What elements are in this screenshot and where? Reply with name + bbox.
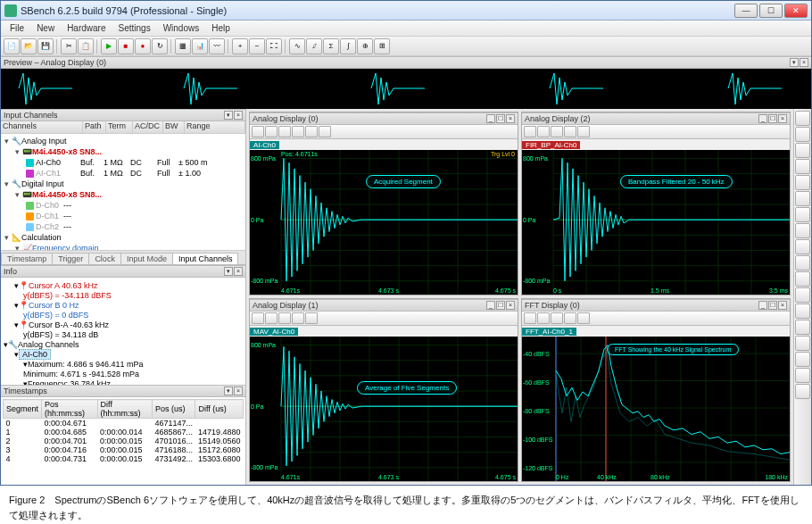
tb-record-icon[interactable]: ● [135, 38, 151, 54]
menu-new[interactable]: New [31, 23, 60, 33]
display-grid: Analog Display (0)_☐× AI-Ch0 Pos: 4.6711… [246, 109, 793, 485]
menubar: File New Hardware Settings Windows Help [1, 21, 811, 37]
channels-header: Channels Path Term AC/DC BW Range [1, 121, 245, 134]
tb-chart-icon[interactable]: 📊 [192, 38, 208, 54]
tb-zoom-fit-icon[interactable]: ⛶ [266, 38, 282, 54]
info-panel-title: Info ▾× [1, 265, 245, 278]
tb-save-icon[interactable]: 💾 [37, 38, 54, 54]
tab-timestamp[interactable]: Timestamp [1, 253, 53, 264]
titlebar: SBench 6.2.5 build 9794 (Professional - … [1, 1, 811, 21]
tb-grid-icon[interactable]: ▦ [175, 38, 191, 54]
menu-hardware[interactable]: Hardware [62, 23, 111, 33]
lower-tabs: Timestamp Trigger Clock Input Mode Input… [1, 250, 245, 265]
menu-windows[interactable]: Windows [158, 23, 205, 33]
analog-display-2: Analog Display (2)_☐× FIR_BP_AI-Ch0 Band… [521, 112, 791, 295]
timestamps-table: SegmentPos (hh:mm:ss)Diff (hh:mm:ss)Pos … [1, 397, 245, 485]
tb-cut-icon[interactable]: ✂ [61, 38, 77, 54]
table-row: 10:00:04.6850:00:00.0144685867...14719.4… [4, 428, 244, 437]
callout-average: Average of Five Segments [357, 381, 457, 395]
right-toolbar [793, 109, 811, 485]
panel-pin-icon[interactable]: ▾ [224, 111, 233, 120]
plot-fft[interactable]: FFT Showing the 40 kHz Signal Spectrum 0… [522, 337, 790, 481]
plot-1[interactable]: Average of Five Segments 4.671s 4.673 s … [250, 337, 518, 481]
app-window: SBench 6.2.5 build 9794 (Professional - … [0, 0, 812, 486]
tb-filter-icon[interactable]: ⎎ [306, 38, 322, 54]
tb-fft-icon[interactable]: ∿ [289, 38, 305, 54]
preview-pulse [19, 73, 72, 104]
tb-tile-icon[interactable]: ⊞ [374, 38, 390, 54]
close-button[interactable]: ✕ [784, 4, 808, 18]
left-sidebar: Input Channels ▾× Channels Path Term AC/… [1, 109, 246, 485]
analog-display-1: Analog Display (1)_☐× MAV_AI-Ch0 Average… [249, 298, 518, 482]
rtool-icon[interactable] [795, 111, 810, 126]
table-row: 30:00:04.7160:00:00.0154716188...15172.6… [4, 445, 244, 454]
preview-panel-title: Preview – Analog Display (0) ▾× [1, 56, 811, 69]
tb-stop-icon[interactable]: ■ [118, 38, 134, 54]
callout-fft: FFT Showing the 40 kHz Signal Spectrum [607, 344, 739, 355]
tb-open-icon[interactable]: 📂 [21, 38, 37, 54]
plot-2[interactable]: Bandpass Filtered 20 - 50 kHz 0 s 1.5 ms… [522, 150, 790, 295]
titlebar-title: SBench 6.2.5 build 9794 (Professional - … [21, 5, 734, 16]
input-channels-title: Input Channels ▾× [1, 109, 245, 121]
menu-file[interactable]: File [4, 23, 29, 33]
menu-help[interactable]: Help [206, 23, 236, 33]
maximize-button[interactable]: ☐ [759, 4, 783, 18]
menu-settings[interactable]: Settings [113, 23, 156, 33]
analog-display-0: Analog Display (0)_☐× AI-Ch0 Pos: 4.6711… [249, 112, 518, 295]
table-row: 40:00:04.7310:00:00.0154731492...15303.6… [4, 454, 244, 463]
minimize-button[interactable]: — [734, 4, 758, 18]
tb-cursor-icon[interactable]: ⊕ [357, 38, 373, 54]
callout-bandpass: Bandpass Filtered 20 - 50 kHz [620, 175, 733, 188]
info-panel: ▾📍 Cursor A 40.63 kHz y(dBFS) = -34.118 … [1, 278, 245, 385]
preview-pin-icon[interactable]: ▾ [790, 58, 799, 67]
preview-strip[interactable] [1, 69, 811, 109]
timestamps-title: Timestamps ▾× [1, 385, 245, 397]
figure-caption: Figure 2 SpectrumのSBench 6ソフトウェアを使用して、40… [0, 486, 812, 524]
main-toolbar: 📄 📂 💾 ✂ 📋 ▶ ■ ● ↻ ▦ 📊 〰 + − ⛶ ∿ ⎎ Σ ∫ ⊕ … [1, 37, 811, 56]
channels-tree[interactable]: ▾🔧 Analog Input ▾📟 M4i.4450-x8 SN8... AI… [1, 134, 245, 250]
tb-loop-icon[interactable]: ↻ [152, 38, 168, 54]
tab-clock[interactable]: Clock [88, 253, 121, 264]
panel-close-icon[interactable]: × [234, 111, 243, 120]
preview-close-icon[interactable]: × [800, 58, 808, 67]
app-icon [4, 4, 17, 17]
tb-zoom-out-icon[interactable]: − [249, 38, 265, 54]
tab-input-channels[interactable]: Input Channels [172, 253, 239, 264]
table-row: 20:00:04.7010:00:00.0154701016...15149.0… [4, 437, 244, 445]
table-row: 00:00:04.6714671147... [4, 419, 244, 428]
disp-tool-icon[interactable] [252, 126, 264, 137]
plot-0[interactable]: Pos: 4.6711s Trg Lvl 0 Acquired Segment … [250, 150, 518, 295]
tb-play-icon[interactable]: ▶ [101, 38, 117, 54]
tab-trigger[interactable]: Trigger [52, 253, 89, 264]
tb-zoom-in-icon[interactable]: + [232, 38, 248, 54]
tb-stats-icon[interactable]: Σ [323, 38, 339, 54]
tb-new-icon[interactable]: 📄 [4, 38, 20, 54]
fft-display-0: FFT Display (0)_☐× FFT_AI-Ch0_1 FF [521, 298, 791, 482]
tb-copy-icon[interactable]: 📋 [78, 38, 94, 54]
tab-input-mode[interactable]: Input Mode [120, 253, 173, 264]
tb-wave-icon[interactable]: 〰 [209, 38, 225, 54]
preview-panel-label: Preview – Analog Display (0) [4, 58, 106, 67]
callout-acquired: Acquired Segment [366, 175, 441, 188]
tb-calc-icon[interactable]: ∫ [340, 38, 356, 54]
